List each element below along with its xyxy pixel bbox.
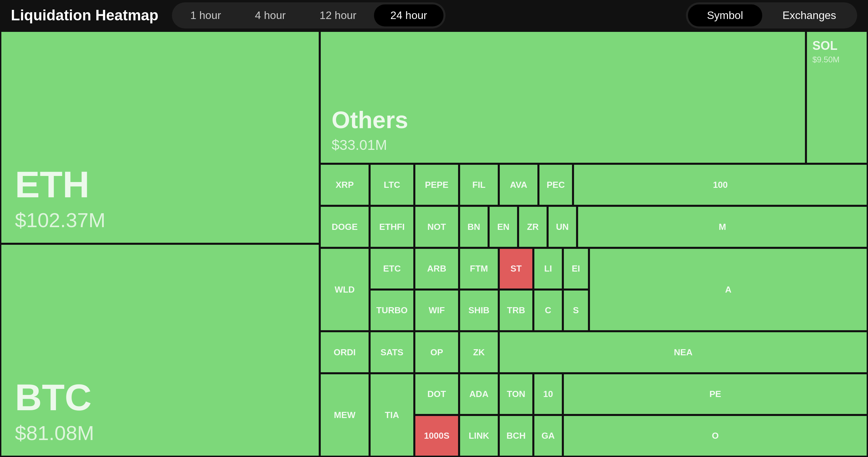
cell-st[interactable]: ST	[499, 248, 533, 289]
cell-10[interactable]: 10	[534, 374, 563, 415]
cell-pepe[interactable]: PEPE	[415, 164, 459, 205]
cell-wld[interactable]: WLD	[320, 248, 369, 331]
cell-ftm[interactable]: FTM	[459, 248, 498, 289]
heatmap-container: ETH $102.37M BTC $81.08M Others $33.01M …	[0, 31, 868, 457]
cell-mew[interactable]: MEW	[320, 374, 369, 456]
others-name: Others	[332, 106, 794, 134]
cell-ei[interactable]: EI	[563, 248, 589, 289]
cell-ada[interactable]: ADA	[459, 374, 498, 415]
others-value: $33.01M	[332, 137, 794, 153]
tab-exchanges[interactable]: Exchanges	[764, 4, 855, 26]
sol-value: $9.50M	[812, 55, 840, 64]
cell-a[interactable]: A	[589, 248, 867, 331]
cell-zk[interactable]: ZK	[459, 332, 498, 373]
cell-tia[interactable]: TIA	[370, 374, 414, 456]
cell-100[interactable]: 100	[573, 164, 867, 205]
btc-cell[interactable]: BTC $81.08M	[1, 244, 319, 456]
tab-24hour[interactable]: 24 hour	[374, 4, 443, 26]
cell-not[interactable]: NOT	[415, 206, 459, 247]
cell-etc[interactable]: ETC	[370, 248, 414, 289]
right-panel: Others $33.01M SOL $9.50M XRP LTC PEPE F…	[320, 31, 867, 456]
cell-op[interactable]: OP	[415, 332, 459, 373]
cell-1000s[interactable]: 1000S	[415, 415, 459, 456]
cell-wif[interactable]: WIF	[415, 290, 459, 331]
cell-fil[interactable]: FIL	[459, 164, 498, 205]
header: Liquidation Heatmap 1 hour 4 hour 12 hou…	[0, 0, 868, 31]
grid-row-2: DOGE ETHFI NOT BN EN ZR UN M	[320, 206, 867, 247]
cell-nea[interactable]: NEA	[499, 332, 867, 373]
others-cell[interactable]: Others $33.01M	[320, 31, 806, 163]
tab-1hour[interactable]: 1 hour	[174, 4, 237, 26]
grid-row-34: WLD ETC TURBO ARB WIF FTM SHIB	[320, 248, 867, 331]
sol-name: SOL	[812, 39, 837, 53]
right-tabs-group: Symbol Exchanges	[686, 2, 857, 28]
cell-c[interactable]: C	[534, 290, 563, 331]
cell-zr[interactable]: ZR	[518, 206, 547, 247]
sol-cell[interactable]: SOL $9.50M	[806, 31, 867, 163]
tab-4hour[interactable]: 4 hour	[239, 4, 302, 26]
tab-12hour[interactable]: 12 hour	[303, 4, 373, 26]
cell-m[interactable]: M	[577, 206, 867, 247]
cell-trb[interactable]: TRB	[499, 290, 533, 331]
cell-sats[interactable]: SATS	[370, 332, 414, 373]
btc-value: $81.08M	[15, 421, 305, 445]
cell-pe[interactable]: PE	[563, 374, 867, 415]
cell-link[interactable]: LINK	[459, 415, 498, 456]
cell-li[interactable]: LI	[534, 248, 563, 289]
cell-s[interactable]: S	[563, 290, 589, 331]
cell-turbo[interactable]: TURBO	[370, 290, 414, 331]
cell-bn[interactable]: BN	[459, 206, 488, 247]
btc-name: BTC	[15, 379, 305, 416]
top-row: Others $33.01M SOL $9.50M	[320, 31, 867, 163]
tab-symbol[interactable]: Symbol	[688, 4, 762, 26]
cell-un[interactable]: UN	[548, 206, 577, 247]
cell-arb[interactable]: ARB	[415, 248, 459, 289]
cell-ton[interactable]: TON	[499, 374, 533, 415]
app-title: Liquidation Heatmap	[11, 7, 158, 24]
cell-bch[interactable]: BCH	[499, 415, 533, 456]
grid-row-67: MEW TIA DOT 1000S ADA LINK TON BCH	[320, 374, 867, 456]
cell-o[interactable]: O	[563, 415, 867, 456]
cell-dot[interactable]: DOT	[415, 374, 459, 415]
grid-area: XRP LTC PEPE FIL AVA PEC 100 DOGE ETHFI …	[320, 164, 867, 456]
cell-doge[interactable]: DOGE	[320, 206, 369, 247]
cell-shib[interactable]: SHIB	[459, 290, 498, 331]
left-panel: ETH $102.37M BTC $81.08M	[1, 31, 319, 456]
cell-en[interactable]: EN	[489, 206, 518, 247]
cell-ga[interactable]: GA	[534, 415, 563, 456]
cell-xrp[interactable]: XRP	[320, 164, 369, 205]
cell-ethfi[interactable]: ETHFI	[370, 206, 414, 247]
cell-ltc[interactable]: LTC	[370, 164, 414, 205]
cell-ordi[interactable]: ORDI	[320, 332, 369, 373]
cell-pec[interactable]: PEC	[539, 164, 573, 205]
cell-ava[interactable]: AVA	[499, 164, 538, 205]
time-tabs-group: 1 hour 4 hour 12 hour 24 hour	[172, 2, 446, 28]
eth-value: $102.37M	[15, 208, 305, 232]
eth-name: ETH	[15, 166, 305, 203]
eth-cell[interactable]: ETH $102.37M	[1, 31, 319, 243]
grid-row-5: ORDI SATS OP ZK NEA	[320, 332, 867, 373]
grid-row-1: XRP LTC PEPE FIL AVA PEC 100	[320, 164, 867, 205]
